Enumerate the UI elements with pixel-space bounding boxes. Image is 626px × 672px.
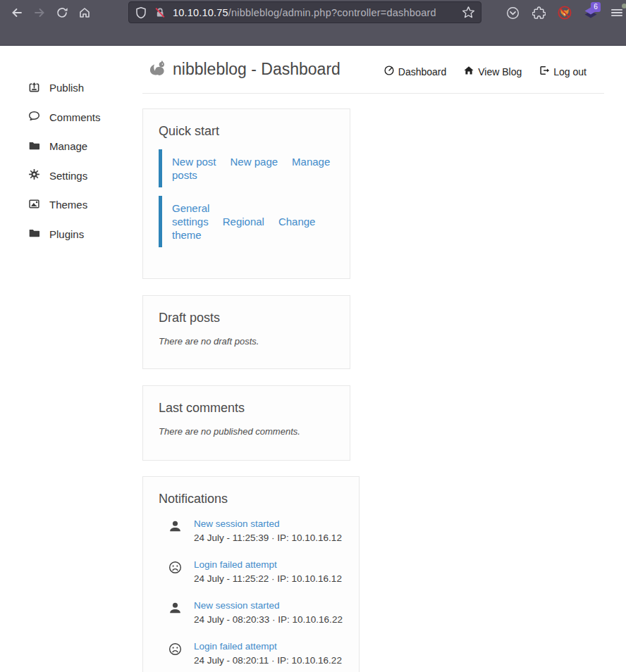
nav-view-blog[interactable]: View Blog — [463, 65, 522, 78]
sidebar-item-label: Comments — [49, 111, 101, 123]
comments-icon — [28, 110, 40, 124]
image-icon — [28, 198, 40, 212]
sidebar-item-manage[interactable]: Manage — [28, 132, 141, 161]
foxyproxy-icon[interactable] — [558, 6, 572, 20]
sidebar-item-publish[interactable]: Publish — [28, 73, 141, 103]
link-general-settings[interactable]: General settings — [172, 202, 209, 228]
notification-meta: 24 July - 08:20:33 · IP: 10.10.16.22 — [194, 613, 343, 626]
top-nav: Dashboard View Blog Log out — [383, 65, 587, 78]
menu-notification-dot — [622, 4, 626, 8]
notification-item: Login failed attempt 24 July - 08:20:11 … — [159, 640, 343, 667]
nav-log-out[interactable]: Log out — [539, 65, 587, 78]
insecure-lock-icon[interactable] — [154, 6, 166, 19]
bookmark-star-icon[interactable] — [462, 6, 475, 19]
back-icon — [11, 6, 23, 19]
sad-face-icon — [159, 558, 194, 585]
folder-icon — [28, 227, 40, 241]
notification-meta: 24 July - 08:20:11 · IP: 10.10.16.22 — [194, 654, 342, 667]
sidebar-item-label: Themes — [49, 199, 87, 211]
quick-start-panel: Quick start New postNew pageManage posts… — [142, 108, 350, 279]
last-comments-panel: Last comments There are no published com… — [142, 385, 350, 461]
panel-title: Quick start — [159, 124, 334, 139]
publish-icon — [28, 81, 40, 95]
notification-title[interactable]: New session started — [194, 517, 342, 531]
gear-icon — [28, 168, 40, 182]
url-fade — [434, 7, 458, 18]
user-icon — [159, 517, 194, 545]
notification-body: Login failed attempt 24 July - 11:25:22 … — [194, 558, 342, 585]
link-new-page[interactable]: New page — [231, 156, 278, 168]
home-icon — [78, 6, 91, 19]
tracking-shield-icon[interactable] — [135, 6, 147, 19]
nav-dashboard[interactable]: Dashboard — [383, 65, 447, 78]
draft-posts-empty-message: There are no draft posts. — [159, 336, 334, 347]
quick-start-group-settings: General settingsRegionalChange theme — [159, 196, 271, 247]
toolbar-right-icons: 6 — [505, 0, 624, 25]
notification-body: Login failed attempt 24 July - 08:20:11 … — [194, 640, 342, 667]
panel-title: Last comments — [159, 401, 334, 416]
user-icon — [159, 599, 194, 626]
sidebar-item-themes[interactable]: Themes — [28, 190, 141, 220]
pocket-icon[interactable] — [505, 6, 520, 20]
sidebar-item-label: Publish — [49, 82, 84, 94]
logout-icon — [539, 65, 550, 78]
notification-body: New session started 24 July - 11:25:39 ·… — [194, 517, 342, 545]
notification-item: New session started 24 July - 08:20:33 ·… — [159, 599, 343, 626]
sidebar-item-plugins[interactable]: Plugins — [28, 220, 141, 249]
reload-icon — [56, 6, 68, 19]
back-button[interactable] — [6, 2, 28, 23]
notification-body: New session started 24 July - 08:20:33 ·… — [194, 599, 343, 626]
url-bar[interactable]: 10.10.10.75/nibbleblog/admin.php?control… — [128, 1, 481, 23]
notification-title[interactable]: Login failed attempt — [194, 558, 342, 572]
panel-title: Notifications — [159, 492, 343, 506]
url-path: /nibbleblog/admin.php?controller=dashboa… — [228, 7, 436, 18]
url-domain: 10.10.10.75 — [173, 7, 228, 18]
header-divider — [142, 93, 604, 94]
link-regional[interactable]: Regional — [223, 216, 264, 228]
nav-label: Dashboard — [398, 66, 447, 77]
notification-item: Login failed attempt 24 July - 11:25:22 … — [159, 558, 343, 585]
link-new-post[interactable]: New post — [172, 156, 216, 168]
draft-posts-panel: Draft posts There are no draft posts. — [142, 295, 350, 369]
sidebar-item-comments[interactable]: Comments — [28, 103, 141, 132]
gauge-icon — [383, 65, 395, 78]
sidebar-item-settings[interactable]: Settings — [28, 161, 141, 191]
sad-face-icon — [159, 640, 194, 667]
panel-title: Draft posts — [159, 311, 334, 325]
home-button[interactable] — [73, 2, 96, 23]
nibbleblog-admin-page: Publish Comments Manage Settings Themes — [0, 46, 626, 672]
url-text[interactable]: 10.10.10.75/nibbleblog/admin.php?control… — [173, 7, 458, 18]
sidebar-item-label: Plugins — [49, 228, 84, 240]
forward-button[interactable] — [28, 2, 51, 23]
nav-label: View Blog — [478, 66, 522, 77]
extension-badge: 6 — [591, 2, 601, 12]
folder-icon — [28, 139, 40, 154]
sidebar: Publish Comments Manage Settings Themes — [28, 73, 141, 249]
browser-chrome: 10.10.10.75/nibbleblog/admin.php?control… — [0, 0, 626, 46]
sidebar-item-label: Settings — [49, 170, 87, 182]
brand: nibbleblog - Dashboard — [148, 58, 340, 80]
last-comments-empty-message: There are no published comments. — [159, 426, 334, 437]
page-title: nibbleblog - Dashboard — [173, 60, 340, 79]
wappalyzer-icon[interactable]: 6 — [584, 6, 598, 20]
nav-label: Log out — [553, 66, 587, 77]
home-icon — [463, 65, 474, 78]
menu-hamburger-icon[interactable] — [610, 6, 624, 20]
sidebar-item-label: Manage — [49, 140, 87, 152]
squirrel-icon — [148, 58, 167, 80]
notification-item: New session started 24 July - 11:25:39 ·… — [159, 517, 343, 545]
notifications-panel: Notifications New session started 24 Jul… — [142, 476, 360, 672]
page-header: nibbleblog - Dashboard Dashboard View Bl… — [142, 46, 605, 93]
notification-meta: 24 July - 11:25:22 · IP: 10.10.16.12 — [194, 572, 342, 585]
notification-meta: 24 July - 11:25:39 · IP: 10.10.16.12 — [194, 531, 342, 545]
forward-icon — [33, 6, 46, 19]
quick-start-group-posts: New postNew pageManage posts — [159, 149, 331, 187]
notification-title[interactable]: New session started — [194, 599, 343, 613]
notification-title[interactable]: Login failed attempt — [194, 640, 342, 654]
reload-button[interactable] — [51, 2, 73, 23]
main-content: nibbleblog - Dashboard Dashboard View Bl… — [142, 46, 605, 672]
browser-toolbar: 10.10.10.75/nibbleblog/admin.php?control… — [0, 0, 626, 25]
extensions-puzzle-icon[interactable] — [532, 6, 546, 20]
